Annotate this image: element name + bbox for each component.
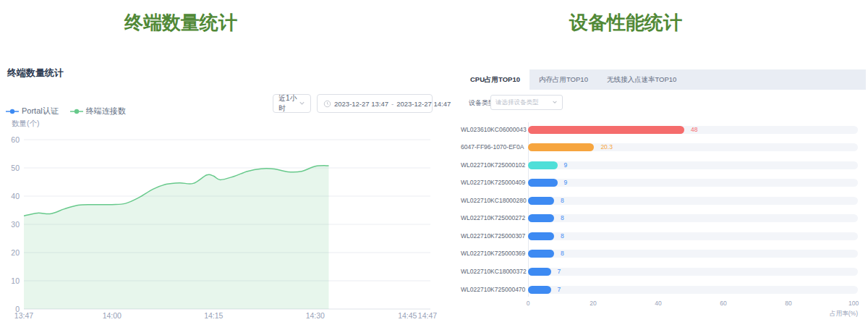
chevron-down-icon	[299, 100, 305, 108]
bar-category-label: WL022710K725000369	[461, 250, 523, 258]
legend-label: 终端连接数	[86, 106, 126, 117]
bar-category-label: WL022710K725000272	[461, 214, 523, 222]
bar-category-label: WL022710KC18000372	[461, 268, 523, 276]
x-tick-label: 14:30	[306, 311, 325, 320]
x-tick-label: 14:45	[398, 311, 417, 320]
bar	[528, 268, 551, 276]
legend-marker-icon	[6, 109, 19, 114]
chart-legend: Portal认证终端连接数	[6, 106, 126, 117]
bar	[528, 143, 594, 151]
bar	[528, 214, 554, 222]
tab-0[interactable]: CPU占用TOP10	[461, 69, 529, 90]
bar-value-label: 9	[564, 161, 568, 169]
device-type-placeholder: 请选择设备类型	[495, 98, 539, 107]
x-tick-label: 60	[709, 300, 738, 307]
tab-bar: CPU占用TOP10内存占用TOP10无线接入点速率TOP10	[461, 69, 866, 90]
tab-2[interactable]: 无线接入点速率TOP10	[597, 69, 686, 90]
line-chart: 0102030405060数量(个)13:4714:0014:1514:3014…	[0, 117, 443, 329]
bar-category-label: 6047-FF96-1070-EF0A	[461, 143, 523, 151]
legend-label: Portal认证	[22, 106, 59, 117]
y-tick-label: 30	[11, 220, 20, 229]
x-tick-label: 14:00	[103, 311, 122, 320]
device-type-select[interactable]: 请选择设备类型	[490, 95, 563, 110]
bar	[528, 197, 554, 205]
bar-track	[528, 197, 858, 205]
bar-value-label: 8	[561, 197, 564, 205]
y-tick-label: 20	[11, 248, 20, 257]
bar-value-label: 7	[558, 268, 561, 276]
time-range-value: 近1小时	[278, 93, 299, 114]
dashboard: 终端数量统计 终端数量统计 近1小时 2023-12-27 13:47 - 20…	[0, 0, 868, 330]
bar	[528, 161, 558, 169]
bar-track	[528, 268, 858, 276]
y-axis-name: 数量(个)	[12, 119, 40, 127]
chevron-down-icon	[552, 99, 558, 106]
bar-category-label: WL022710K725000409	[461, 179, 523, 187]
bar-category-label: WL023610KC06000043	[461, 126, 523, 134]
bar-value-label: 7	[558, 286, 561, 294]
y-tick-label: 50	[11, 164, 20, 172]
area-fill	[24, 166, 329, 309]
left-panel-title: 终端数量统计	[0, 10, 362, 35]
bar-value-label: 9	[564, 179, 568, 187]
time-range-select[interactable]: 近1小时	[273, 94, 311, 113]
bar-value-label: 8	[561, 232, 564, 240]
right-panel-title: 设备性能统计	[445, 10, 807, 35]
bar-category-label: WL022710KC18000280	[461, 197, 523, 205]
bar	[528, 179, 558, 187]
y-tick-label: 10	[11, 276, 20, 285]
bar-track	[528, 286, 858, 294]
legend-item-0[interactable]: Portal认证	[6, 106, 59, 117]
x-tick-label: 13:47	[14, 311, 33, 320]
bar-track	[528, 161, 858, 169]
bar-category-label: WL022710K725000307	[461, 232, 523, 240]
bar-track	[528, 214, 858, 222]
x-tick-label: 100	[839, 300, 868, 307]
tab-1[interactable]: 内存占用TOP10	[529, 69, 597, 90]
bar-value-label: 8	[561, 250, 564, 258]
x-tick-label: 0	[514, 300, 542, 307]
x-axis-name: 占用率(%)	[800, 310, 858, 318]
legend-item-1[interactable]: 终端连接数	[70, 106, 126, 117]
left-card-heading: 终端数量统计	[7, 67, 64, 80]
bar-track	[528, 179, 858, 187]
y-tick-label: 60	[11, 135, 20, 144]
bar-category-label: WL022710K725000102	[461, 161, 523, 169]
x-tick-label: 80	[774, 300, 803, 307]
bar	[528, 286, 551, 294]
date-range-picker[interactable]: 2023-12-27 13:47 - 2023-12-27 14:47	[317, 94, 433, 113]
bar-chart: WL023610KC06000043486047-FF96-1070-EF0A2…	[461, 119, 868, 329]
x-tick-label: 14:47	[418, 311, 437, 320]
x-tick-label: 14:15	[204, 311, 223, 320]
bar-value-label: 20.3	[600, 143, 613, 151]
bar	[528, 126, 684, 134]
bar	[528, 232, 554, 240]
bar-category-label: WL022710K725000470	[461, 286, 523, 294]
bar-value-label: 48	[691, 126, 697, 134]
bar	[528, 250, 554, 258]
x-tick-label: 40	[644, 300, 673, 307]
clock-icon	[323, 100, 331, 108]
x-tick-label: 20	[579, 300, 608, 307]
date-range-start: 2023-12-27 13:47	[334, 100, 388, 108]
y-tick-label: 40	[11, 192, 20, 200]
legend-marker-icon	[70, 109, 83, 114]
date-range-end: 2023-12-27 14:47	[396, 100, 451, 108]
date-range-separator: -	[391, 100, 393, 108]
bar-track	[528, 232, 858, 240]
bar-value-label: 8	[561, 214, 564, 222]
bar-track	[528, 250, 858, 258]
